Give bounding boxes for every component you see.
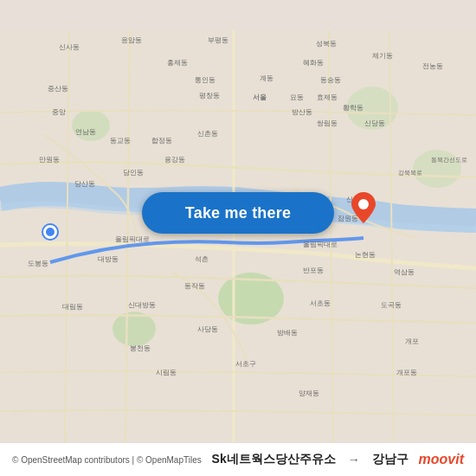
- svg-text:성북동: 성북동: [316, 40, 337, 48]
- svg-text:강북북로: 강북북로: [398, 170, 422, 177]
- svg-text:신촌동: 신촌동: [197, 130, 218, 138]
- svg-text:서울: 서울: [253, 93, 267, 101]
- svg-text:중산동: 중산동: [48, 85, 68, 93]
- svg-text:합정동: 합정동: [151, 137, 172, 145]
- svg-text:반포동: 반포동: [303, 267, 324, 274]
- svg-text:봉천동: 봉천동: [130, 344, 151, 352]
- svg-text:신사동: 신사동: [59, 43, 80, 51]
- svg-text:당인동: 당인동: [123, 169, 144, 177]
- svg-text:만원동: 만원동: [39, 156, 60, 164]
- arrow-right-icon: →: [348, 453, 360, 466]
- svg-text:황학동: 황학동: [343, 104, 363, 112]
- svg-text:제기동: 제기동: [372, 52, 393, 60]
- svg-text:쌍림동: 쌍림동: [317, 119, 338, 127]
- svg-text:시림동: 시림동: [156, 369, 177, 376]
- svg-text:대방동: 대방동: [98, 255, 119, 263]
- svg-text:동북간선도로: 동북간선도로: [431, 157, 467, 164]
- svg-text:연남동: 연남동: [75, 128, 96, 136]
- svg-text:석촌: 석촌: [195, 255, 209, 263]
- svg-text:통인동: 통인동: [195, 76, 215, 84]
- attribution-text: © OpenStreetMap contributors | © OpenMap…: [12, 455, 202, 465]
- svg-text:당산동: 당산동: [74, 180, 95, 188]
- svg-text:계동: 계동: [260, 74, 273, 82]
- moovit-logo: moovit: [419, 452, 464, 467]
- origin-marker: [43, 225, 57, 239]
- svg-point-2: [113, 312, 156, 346]
- map-container: 신사동 응암동 부평동 성북동 제기동 전농동 중산동 홍제동 혜화동 통인동 …: [0, 0, 476, 476]
- svg-text:부평동: 부평동: [208, 36, 228, 44]
- origin-label: Sk네트웍스당산주유소: [212, 452, 336, 467]
- svg-text:역삼동: 역삼동: [394, 268, 415, 276]
- svg-text:방산동: 방산동: [292, 108, 312, 116]
- svg-text:동작동: 동작동: [184, 282, 205, 290]
- svg-text:도곡동: 도곡동: [381, 301, 402, 309]
- bottom-left: © OpenStreetMap contributors | © OpenMap…: [12, 455, 202, 465]
- svg-text:개포동: 개포동: [396, 369, 417, 376]
- svg-text:응암동: 응암동: [121, 36, 142, 44]
- svg-text:방배동: 방배동: [277, 329, 298, 337]
- svg-text:개포: 개포: [405, 338, 419, 345]
- svg-text:올림픽대로: 올림픽대로: [303, 241, 338, 248]
- destination-marker: [351, 192, 376, 223]
- svg-text:올림픽대로: 올림픽대로: [115, 235, 150, 243]
- svg-text:홍제동: 홍제동: [167, 59, 188, 67]
- svg-text:용강동: 용강동: [164, 156, 185, 164]
- svg-text:서초구: 서초구: [235, 360, 256, 368]
- svg-text:사당동: 사당동: [197, 325, 218, 333]
- svg-text:평창동: 평창동: [199, 92, 220, 100]
- svg-text:신대방동: 신대방동: [128, 301, 156, 309]
- destination-label: 강남구: [372, 452, 408, 467]
- svg-text:논현동: 논현동: [355, 251, 376, 259]
- svg-text:도봉동: 도봉동: [28, 260, 48, 267]
- svg-text:동교동: 동교동: [110, 137, 131, 145]
- svg-point-62: [358, 199, 369, 209]
- bottom-bar: © OpenStreetMap contributors | © OpenMap…: [0, 442, 476, 476]
- svg-text:묘동: 묘동: [290, 93, 304, 101]
- svg-text:신당동: 신당동: [364, 119, 385, 127]
- svg-text:혜화동: 혜화동: [303, 59, 324, 67]
- moovit-brand-text: moovit: [419, 452, 464, 467]
- svg-rect-0: [0, 30, 476, 446]
- svg-text:서초동: 서초동: [310, 299, 331, 307]
- svg-text:중앙: 중앙: [52, 108, 66, 116]
- svg-point-3: [72, 110, 110, 141]
- svg-text:효제동: 효제동: [317, 93, 338, 101]
- svg-point-5: [413, 150, 461, 188]
- svg-text:동숭동: 동숭동: [320, 76, 341, 84]
- svg-text:전농동: 전농동: [422, 62, 443, 70]
- svg-text:대림동: 대림동: [62, 303, 83, 311]
- take-me-there-button[interactable]: Take me there: [142, 192, 334, 234]
- svg-text:양재동: 양재동: [299, 389, 319, 397]
